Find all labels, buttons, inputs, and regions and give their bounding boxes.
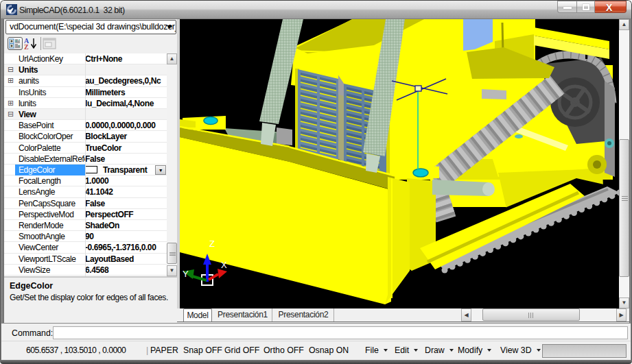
svg-text:Y: Y (183, 269, 189, 279)
svg-text:X: X (221, 260, 227, 270)
svg-text:Z: Z (24, 43, 29, 50)
svg-text:Z: Z (209, 239, 215, 249)
